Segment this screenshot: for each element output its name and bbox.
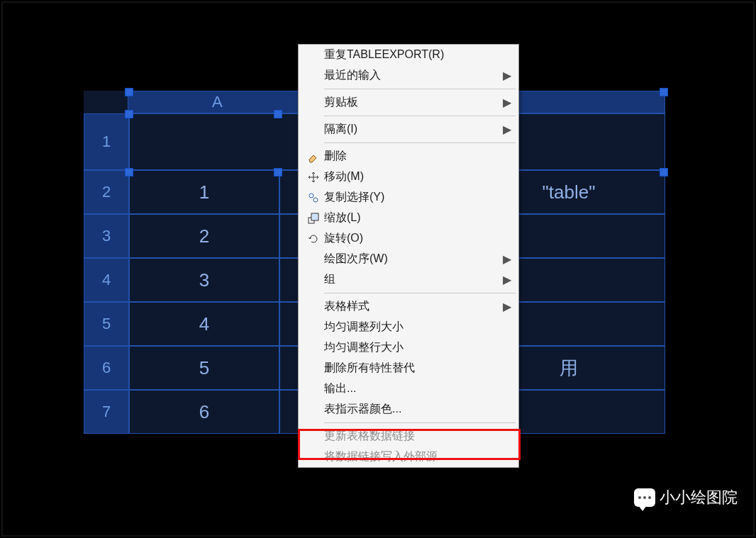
menu-export[interactable]: 输出... [299,379,518,399]
scale-icon [303,212,324,225]
menu-draw-order[interactable]: 绘图次序(W)▶ [299,249,518,269]
chevron-right-icon: ▶ [500,252,511,266]
menu-separator [324,116,516,116]
svg-rect-3 [311,213,318,220]
move-icon [303,171,324,184]
copy-icon [303,191,324,204]
svg-point-1 [313,198,318,202]
rotate-icon [303,232,324,245]
menu-group[interactable]: 组▶ [299,269,518,290]
menu-separator [324,422,516,423]
menu-move[interactable]: 移动(M) [299,167,518,187]
row-number-5[interactable]: 5 [84,302,129,346]
svg-point-0 [309,194,313,198]
menu-separator [324,142,516,143]
menu-separator [324,293,516,293]
menu-indicator-color[interactable]: 表指示器颜色... [299,399,518,420]
menu-uniform-row[interactable]: 均匀调整行大小 [299,337,518,358]
cell-a6[interactable]: 5 [129,346,279,390]
menu-update-link: 更新表格数据链接 [299,426,518,447]
chevron-right-icon: ▶ [500,123,511,136]
cell-a3[interactable]: 2 [129,214,279,258]
menu-write-link: 将数据链接写入外部源 [299,447,518,467]
menu-copy-select[interactable]: 复制选择(Y) [299,187,518,208]
cell-a2[interactable]: 1 [129,170,279,214]
wechat-icon [634,488,655,507]
watermark-text: 小小绘图院 [660,487,738,508]
menu-delete-overrides[interactable]: 删除所有特性替代 [299,358,518,379]
row-number-3[interactable]: 3 [84,214,129,258]
menu-scale[interactable]: 缩放(L) [299,208,518,228]
menu-rotate[interactable]: 旋转(O) [299,228,518,249]
menu-delete[interactable]: 删除 [299,146,518,167]
row-number-4[interactable]: 4 [84,258,129,302]
column-header-a[interactable]: A [128,91,307,113]
eraser-icon [303,150,324,163]
menu-table-style[interactable]: 表格样式▶ [299,296,518,317]
chevron-right-icon: ▶ [500,69,511,82]
menu-recent-input[interactable]: 最近的输入▶ [299,65,518,86]
menu-repeat[interactable]: 重复TABLEEXPORT(R) [299,45,518,65]
menu-clipboard[interactable]: 剪贴板▶ [299,92,518,113]
menu-separator [324,89,516,89]
chevron-right-icon: ▶ [500,300,511,313]
row-number-7[interactable]: 7 [84,390,129,434]
row-number-1[interactable]: 1 [84,113,129,170]
cell-a7[interactable]: 6 [129,390,279,434]
cad-canvas: A 1 CAD 2 1 "table" 3 2 4 3 5 4 [0,0,756,538]
chevron-right-icon: ▶ [500,273,511,286]
cell-a4[interactable]: 3 [129,258,279,302]
row-number-6[interactable]: 6 [84,346,129,390]
cell-a5[interactable]: 4 [129,302,279,346]
watermark: 小小绘图院 [634,487,738,508]
row-number-2[interactable]: 2 [84,170,129,214]
menu-isolate[interactable]: 隔离(I)▶ [299,119,518,140]
context-menu: 重复TABLEEXPORT(R) 最近的输入▶ 剪贴板▶ 隔离(I)▶ 删除 移… [298,44,519,468]
menu-uniform-col[interactable]: 均匀调整列大小 [299,317,518,337]
chevron-right-icon: ▶ [500,96,511,109]
